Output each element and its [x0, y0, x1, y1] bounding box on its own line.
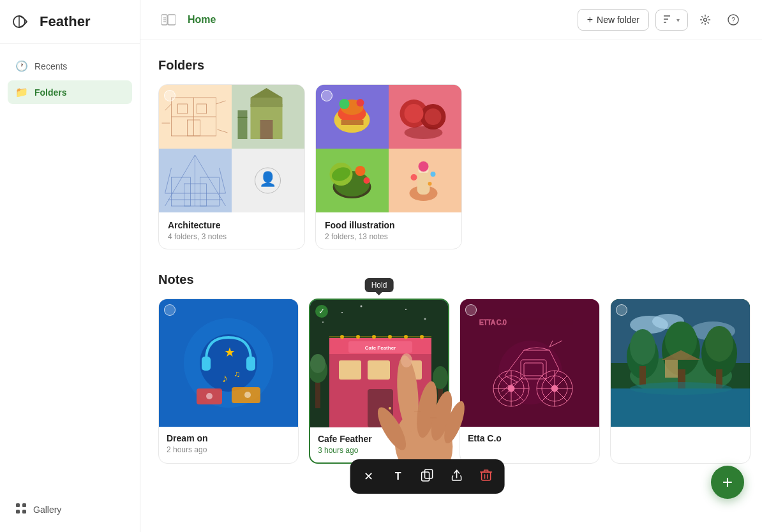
svg-rect-33 — [238, 110, 248, 118]
note-card-dream-on[interactable]: ♪ ♫ ★ Dream on 2 hours — [158, 299, 299, 464]
svg-point-53 — [357, 99, 364, 107]
share-icon — [451, 469, 463, 485]
sidebar-item-label-gallery: Gallery — [33, 505, 61, 515]
svg-point-112 — [361, 306, 362, 307]
sidebar-nav: 🕐 Recents 📁 Folders — [0, 44, 140, 114]
svg-point-58 — [405, 104, 424, 123]
note-title-etta: Etta C.o — [468, 433, 592, 443]
sidebar-item-gallery[interactable]: Gallery — [8, 497, 132, 522]
note-time-dream-on: 2 hours ago — [167, 445, 290, 454]
fab-add-button[interactable]: + — [711, 466, 744, 499]
svg-rect-80 — [246, 357, 255, 371]
folder-info-architecture: Architecture 4 folders, 3 notes — [159, 212, 304, 249]
sort-button[interactable]: ▾ — [655, 10, 688, 31]
folder-images: 👤 — [159, 85, 304, 212]
note-info-dream-on: Dream on 2 hours ago — [159, 427, 298, 462]
toolbar-text-button[interactable]: T — [385, 463, 412, 490]
folder-card-food-illustration[interactable]: Food illustration 2 folders, 13 notes — [315, 84, 462, 249]
svg-text:👤: 👤 — [259, 170, 277, 188]
main-content: Home + New folder ▾ — [140, 0, 762, 532]
sidebar-item-label-recents: Recents — [34, 61, 67, 71]
note-card-etta[interactable]: ETTA C.0 Etta C.o — [459, 299, 600, 464]
svg-rect-159 — [639, 366, 646, 385]
notes-section: Notes — [158, 272, 744, 464]
svg-point-73 — [411, 174, 417, 181]
svg-point-13 — [704, 18, 707, 22]
sidebar-item-folders[interactable]: 📁 Folders — [8, 80, 132, 104]
svg-rect-95 — [368, 360, 390, 380]
svg-point-85 — [206, 393, 213, 399]
text-style-icon: T — [395, 471, 401, 482]
note-card-cafe-feather[interactable]: ✓ Cafe Feather — [309, 299, 449, 464]
settings-button[interactable] — [694, 9, 716, 31]
svg-point-150 — [498, 341, 562, 404]
folder-card-architecture[interactable]: 👤 Architecture 4 folders, 3 notes — [158, 84, 305, 249]
note-radio-dream-on[interactable] — [164, 304, 176, 316]
folder-meta: 4 folders, 3 notes — [168, 232, 295, 241]
svg-point-106 — [356, 335, 360, 339]
sidebar: Feather 🕐 Recents 📁 Folders Gallery — [0, 0, 140, 532]
notes-grid: ♪ ♫ ★ Dream on 2 hours — [158, 299, 744, 464]
note-card-wrapper-cafe: Hold ✓ — [309, 299, 449, 464]
folder-images-wrapper-food — [316, 85, 461, 212]
sidebar-item-recents[interactable]: 🕐 Recents — [8, 54, 132, 78]
folder-image-3 — [159, 149, 232, 212]
note-title-dream-on: Dream on — [167, 433, 290, 443]
svg-point-114 — [424, 318, 426, 320]
folder-name-food: Food illustration — [325, 220, 452, 230]
sidebar-bottom: Gallery — [0, 487, 140, 532]
note-image-etta: ETTA C.0 — [460, 299, 599, 427]
toolbar-close-button[interactable]: ✕ — [355, 463, 382, 490]
app-name: Feather — [40, 13, 90, 30]
help-icon: ? — [728, 14, 739, 26]
app-logo: Feather — [0, 0, 140, 44]
toolbar-share-button[interactable] — [444, 463, 470, 490]
folder-image-4: 👤 — [232, 149, 304, 212]
recents-icon: 🕐 — [15, 60, 28, 72]
note-image-dream-on: ♪ ♫ ★ — [159, 299, 298, 427]
folder-radio-food[interactable] — [321, 90, 332, 101]
svg-point-60 — [405, 126, 443, 139]
folders-section-title: Folders — [158, 58, 744, 73]
new-folder-label: New folder — [597, 15, 639, 25]
folder-meta-food: 2 folders, 13 notes — [325, 232, 452, 241]
folder-name: Architecture — [168, 220, 295, 230]
topbar-left: Home — [158, 10, 216, 30]
plus-icon-fab: + — [722, 472, 733, 492]
note-card-island[interactable] — [610, 299, 751, 464]
note-radio-check-cafe[interactable]: ✓ — [315, 305, 328, 318]
svg-point-107 — [372, 335, 376, 339]
svg-rect-4 — [22, 510, 26, 514]
note-radio-island[interactable] — [616, 304, 627, 316]
note-info-cafe: Cafe Feather 3 hours ago — [310, 427, 448, 462]
trash-icon — [480, 469, 493, 485]
svg-point-101 — [310, 354, 325, 373]
svg-rect-1 — [16, 503, 20, 507]
svg-text:?: ? — [731, 17, 735, 24]
content-area: Folders — [140, 40, 762, 532]
folder-radio-architecture[interactable] — [164, 90, 176, 101]
new-folder-button[interactable]: + New folder — [578, 9, 649, 31]
svg-point-164 — [705, 326, 733, 362]
plus-icon: + — [587, 14, 593, 26]
page-title: Home — [188, 14, 216, 26]
svg-point-110 — [420, 335, 424, 339]
context-toolbar: ✕ T — [350, 459, 505, 494]
svg-point-167 — [630, 382, 732, 395]
toolbar-delete-button[interactable] — [473, 463, 500, 490]
note-image-cafe: Cafe Feather — [310, 300, 448, 427]
svg-rect-168 — [665, 360, 678, 378]
sidebar-item-label-folders: Folders — [34, 87, 67, 98]
help-button[interactable]: ? — [722, 9, 744, 31]
svg-point-108 — [388, 335, 392, 339]
sidebar-toggle-button[interactable] — [158, 10, 179, 30]
note-radio-etta[interactable] — [465, 304, 477, 316]
folders-grid: 👤 Architecture 4 folders, 3 notes — [158, 84, 744, 249]
toolbar-copy-button[interactable] — [414, 463, 441, 490]
folder-images-wrapper: 👤 — [159, 85, 304, 212]
folder-image-food-2 — [389, 85, 461, 149]
svg-rect-3 — [16, 510, 20, 514]
svg-rect-171 — [422, 472, 430, 481]
folders-icon: 📁 — [15, 86, 28, 98]
svg-point-158 — [630, 329, 655, 365]
